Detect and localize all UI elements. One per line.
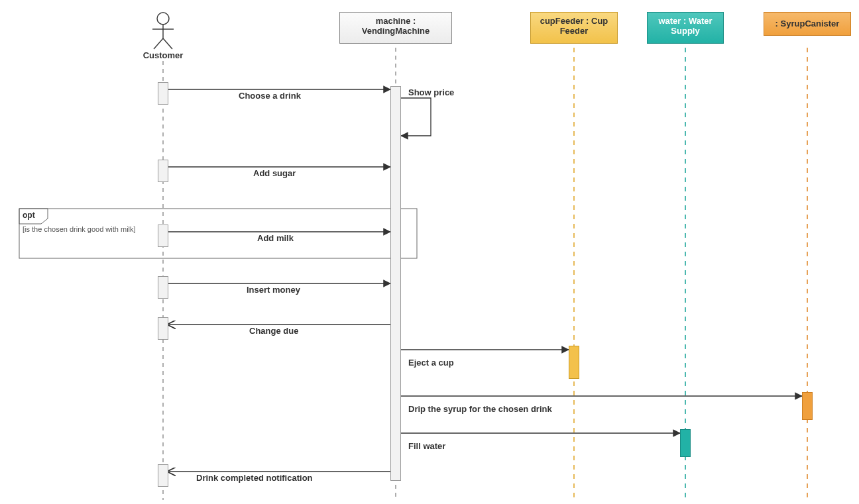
sequence-diagram: Customer machine : VendingMachine cupFee…	[0, 0, 859, 504]
msg-show-price	[401, 98, 431, 136]
activation-customer-1	[158, 82, 168, 105]
lifeline-head-machine: machine : VendingMachine	[339, 12, 452, 44]
activation-cupfeeder	[569, 346, 579, 379]
activation-customer-2	[158, 160, 168, 182]
actor-customer-label: Customer	[123, 50, 203, 60]
lifeline-head-cupfeeder: cupFeeder : Cup Feeder	[530, 12, 618, 44]
activation-syrup	[802, 392, 813, 420]
lifeline-head-syrup: : SyrupCanister	[764, 12, 851, 36]
fragment-opt-frame	[19, 209, 417, 258]
label-insert-money: Insert money	[247, 285, 300, 295]
label-fill-water: Fill water	[408, 441, 445, 451]
label-add-sugar: Add sugar	[253, 168, 296, 178]
activation-customer-3	[158, 225, 168, 247]
label-eject-cup: Eject a cup	[408, 358, 454, 368]
label-show-price: Show price	[408, 87, 454, 97]
activation-customer-6	[158, 464, 168, 487]
label-add-milk: Add milk	[257, 233, 294, 243]
svg-line-4	[163, 38, 172, 49]
diagram-svg	[0, 0, 859, 504]
activation-machine	[390, 86, 401, 481]
fragment-operator: opt	[23, 211, 35, 220]
svg-rect-5	[19, 209, 417, 258]
label-drip-syrup: Drip the syrup for the chosen drink	[408, 404, 552, 414]
label-drink-done: Drink completed notification	[196, 473, 313, 483]
lifeline-head-water: water : Water Supply	[647, 12, 724, 44]
activation-customer-4	[158, 276, 168, 299]
fragment-guard: [is the chosen drink good with milk]	[23, 225, 136, 233]
svg-line-3	[154, 38, 163, 49]
svg-point-0	[157, 13, 169, 25]
activation-customer-5	[158, 317, 168, 340]
label-choose-drink: Choose a drink	[239, 91, 301, 101]
label-change-due: Change due	[249, 326, 298, 336]
actor-icon	[152, 13, 174, 49]
activation-water	[680, 429, 691, 457]
